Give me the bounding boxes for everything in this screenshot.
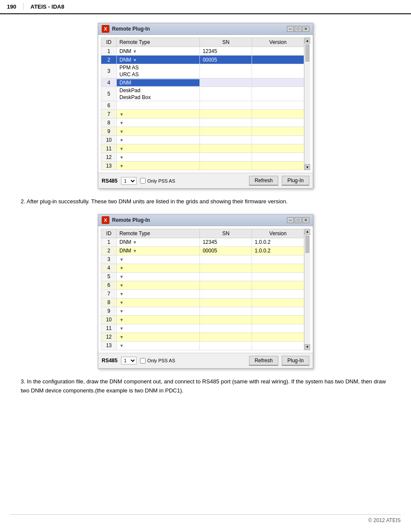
table-row: 4 ▼ — [101, 264, 304, 272]
refresh-button[interactable]: Refresh — [249, 176, 278, 186]
dialog1-title: Remote Plug-In — [112, 26, 287, 32]
table-row: 1 DNM ▼ 12345 1.0.0.2 — [101, 238, 304, 246]
col-sn: SN — [200, 38, 252, 47]
row-type[interactable]: ▼ — [117, 110, 200, 118]
only-pss-label[interactable]: Only PSS AS — [140, 178, 175, 184]
scroll-down-arrow-2[interactable]: ▼ — [305, 344, 310, 350]
rs485-label: RS485 — [102, 178, 118, 184]
row-id: 9 — [101, 127, 117, 136]
table-row: 9 ▼ — [101, 307, 304, 315]
row-type[interactable]: DNM ▼ — [117, 246, 200, 255]
table-row: 7 ▼ — [101, 110, 304, 118]
scroll-thumb-2[interactable] — [305, 236, 309, 253]
table-row: 8 ▼ — [101, 118, 304, 127]
dialog2-table-wrapper: ID Remote Type SN Version 1 D — [101, 229, 310, 350]
col-remote-type-2: Remote Type — [117, 229, 200, 238]
row-sn — [200, 101, 252, 110]
row-sn — [200, 110, 252, 118]
dialog2: X Remote Plug-In ─ □ ✕ ID — [98, 214, 313, 369]
dialog1-scrollbar[interactable]: ▲ ▼ — [304, 37, 310, 170]
copyright: © 2012 ATEIS — [368, 517, 401, 523]
row-version — [252, 87, 304, 101]
page-number: 190 — [7, 3, 24, 10]
table-row: 10 ▼ — [101, 315, 304, 324]
only-pss-checkbox-2[interactable] — [140, 358, 146, 364]
rs485-select-2[interactable]: 1 2 3 4 — [121, 357, 137, 364]
table-row: 5 ▼ — [101, 272, 304, 281]
row-type[interactable]: DNM ▼ — [117, 238, 200, 246]
scroll-up-arrow[interactable]: ▲ — [305, 37, 310, 44]
restore-button[interactable]: □ — [295, 26, 302, 32]
only-pss-label-2[interactable]: Only PSS AS — [140, 358, 175, 364]
table-row: 13 ▼ — [101, 162, 304, 170]
rs485-label-2: RS485 — [102, 358, 118, 364]
table-row: 12 ▼ — [101, 153, 304, 162]
table-row: 1 DNM ▼ 12345 — [101, 47, 304, 56]
dialog1-titlebar[interactable]: X Remote Plug-In ─ □ ✕ — [98, 23, 313, 35]
table-row: 2 DNM ▼ 00005 — [101, 56, 304, 64]
row-sn — [200, 144, 252, 153]
dialog2-title: Remote Plug-In — [112, 217, 287, 223]
row-type[interactable]: DNM ▼ — [117, 47, 200, 56]
row-sn: 12345 — [200, 238, 252, 246]
dialog1-table-wrapper: ID Remote Type SN Version 1 D — [101, 37, 310, 170]
dialog1-footer: RS485 1 2 3 4 Only PSS AS Refresh Plug-I… — [98, 173, 313, 188]
dialog1-controls: ─ □ ✕ — [287, 26, 309, 32]
only-pss-checkbox[interactable] — [140, 178, 146, 184]
row-type[interactable]: ▼ — [117, 118, 200, 127]
col-id-2: ID — [101, 229, 117, 238]
row-version: 1.0.0.2 — [252, 246, 304, 255]
plugin-button-2[interactable]: Plug-In — [282, 356, 309, 366]
dialog1: X Remote Plug-In ─ □ ✕ ID — [98, 23, 313, 189]
row-version — [252, 101, 304, 110]
scroll-thumb[interactable] — [305, 44, 309, 62]
row-id: 11 — [101, 144, 117, 153]
scroll-up-arrow-2[interactable]: ▲ — [305, 229, 310, 235]
row-version — [252, 162, 304, 170]
row-id: 7 — [101, 110, 117, 118]
row-sn — [200, 162, 252, 170]
row-sn — [200, 118, 252, 127]
instruction3: 3. In the configuration file, draw the D… — [21, 377, 390, 395]
close-button[interactable]: ✕ — [302, 26, 309, 32]
dialog2-titlebar[interactable]: X Remote Plug-In ─ □ ✕ — [98, 215, 313, 226]
scroll-down-arrow[interactable]: ▼ — [305, 164, 310, 170]
row-version — [252, 110, 304, 118]
row-version — [252, 127, 304, 136]
dialog2-scrollbar[interactable]: ▲ ▼ — [304, 229, 310, 350]
row-type[interactable]: DNM ▼ — [117, 56, 200, 64]
row-version — [252, 64, 304, 78]
row-type[interactable]: ▼ — [117, 162, 200, 170]
row-sn — [200, 136, 252, 144]
row-type[interactable]: ▼ — [117, 144, 200, 153]
table-row: 12 ▼ — [101, 333, 304, 341]
table-row: 7 ▼ — [101, 289, 304, 298]
plugin-button[interactable]: Plug-In — [282, 176, 309, 186]
instruction3-text: In the configuration file, draw the DNM … — [21, 378, 386, 394]
rs485-select[interactable]: 1 2 3 4 — [121, 177, 137, 185]
table-row: 8 ▼ — [101, 298, 304, 307]
table-row: 13 ▼ — [101, 341, 304, 350]
row-version — [252, 56, 304, 64]
row-id: 5 — [101, 87, 117, 101]
restore-button-2[interactable]: □ — [295, 217, 302, 223]
row-sn — [200, 78, 252, 87]
col-remote-type: Remote Type — [117, 38, 200, 47]
dialog2-body: ID Remote Type SN Version 1 D — [98, 226, 313, 353]
row-sn — [200, 64, 252, 78]
close-button-2[interactable]: ✕ — [302, 217, 309, 223]
col-version-2: Version — [252, 229, 304, 238]
row-type[interactable]: ▼ — [117, 136, 200, 144]
table-row: 3 PPM AS URC AS — [101, 64, 304, 78]
row-id: 13 — [101, 162, 117, 170]
row-type[interactable]: ▼ — [117, 127, 200, 136]
row-sn: 00005 — [200, 56, 252, 64]
instruction2: 2. After plug-in successfully. These two… — [21, 197, 390, 206]
row-type[interactable]: DNM — [117, 78, 200, 87]
dialog1-body: ID Remote Type SN Version 1 D — [98, 35, 313, 173]
row-type[interactable]: ▼ — [117, 153, 200, 162]
minimize-button[interactable]: ─ — [287, 26, 294, 32]
minimize-button-2[interactable]: ─ — [287, 217, 294, 223]
row-id: 3 — [101, 64, 117, 78]
refresh-button-2[interactable]: Refresh — [249, 356, 278, 366]
